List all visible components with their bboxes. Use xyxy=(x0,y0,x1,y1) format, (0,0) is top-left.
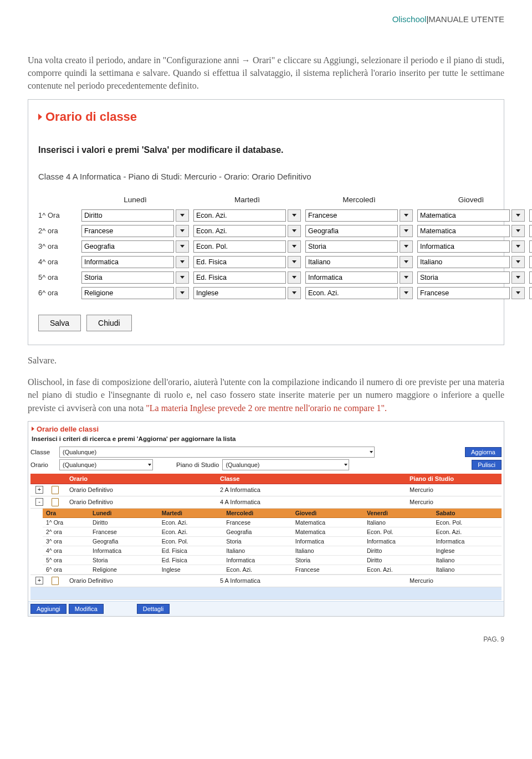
subject-input[interactable] xyxy=(305,287,398,299)
edit-button[interactable]: Modifica xyxy=(69,604,104,614)
refresh-button[interactable]: Aggiorna xyxy=(465,447,502,457)
dropdown-toggle[interactable] xyxy=(511,240,525,253)
dropdown-toggle[interactable] xyxy=(400,209,413,222)
subject-input[interactable] xyxy=(417,209,510,222)
dropdown-toggle[interactable] xyxy=(176,271,189,284)
table-row[interactable]: +Orario Definitivo5 A InformaticaMercuri… xyxy=(30,575,502,587)
subject-combo xyxy=(529,225,532,237)
subject-combo xyxy=(81,240,189,253)
subject-input[interactable] xyxy=(305,225,398,237)
subject-combo xyxy=(81,225,189,237)
subject-input[interactable] xyxy=(305,209,398,222)
filter-orario-select[interactable]: (Qualunque) xyxy=(59,459,153,470)
dropdown-toggle[interactable] xyxy=(176,256,189,268)
subject-combo xyxy=(417,240,525,253)
subject-combo xyxy=(529,287,532,299)
caret-right-icon xyxy=(32,427,34,431)
dropdown-toggle[interactable] xyxy=(511,225,525,237)
dropdown-toggle[interactable] xyxy=(176,225,189,237)
dropdown-toggle[interactable] xyxy=(400,287,413,299)
panel2-title-text: Orario delle classi xyxy=(37,425,99,433)
dropdown-toggle[interactable] xyxy=(288,287,301,299)
expand-toggle[interactable]: + xyxy=(30,575,48,587)
subject-input[interactable] xyxy=(417,287,510,299)
details-button[interactable]: Dettagli xyxy=(137,604,170,614)
document-icon xyxy=(52,498,59,506)
filter-piano-value: (Qualunque) xyxy=(226,461,259,468)
subject-combo xyxy=(193,209,301,222)
dropdown-toggle[interactable] xyxy=(511,256,525,268)
dropdown-toggle[interactable] xyxy=(176,287,189,299)
dropdown-toggle[interactable] xyxy=(176,240,189,253)
close-button[interactable]: Chiudi xyxy=(86,315,132,331)
subject-input[interactable] xyxy=(529,225,532,237)
subject-input[interactable] xyxy=(529,256,532,268)
subject-input[interactable] xyxy=(81,271,174,284)
subject-combo xyxy=(81,271,189,284)
subject-input[interactable] xyxy=(529,287,532,299)
dropdown-toggle[interactable] xyxy=(400,256,413,268)
hour-label: 2^ ora xyxy=(38,227,77,235)
subject-input[interactable] xyxy=(193,225,286,237)
filter-piano-select[interactable]: (Qualunque) xyxy=(222,459,349,470)
dropdown-toggle[interactable] xyxy=(511,209,525,222)
dropdown-toggle[interactable] xyxy=(511,271,525,284)
chevron-down-icon xyxy=(180,291,185,294)
inner-cell: 3^ ora xyxy=(43,536,89,546)
inner-cell: Italiano xyxy=(292,546,364,555)
subject-input[interactable] xyxy=(417,240,510,253)
inner-cell: Religione xyxy=(89,565,158,574)
dropdown-toggle[interactable] xyxy=(400,271,413,284)
day-header: Giovedì xyxy=(417,196,525,206)
dropdown-toggle[interactable] xyxy=(288,225,301,237)
subject-input[interactable] xyxy=(81,225,174,237)
subject-input[interactable] xyxy=(529,271,532,284)
inner-header: Venerdì xyxy=(364,509,433,518)
dropdown-toggle[interactable] xyxy=(288,209,301,222)
chevron-down-icon xyxy=(404,276,408,279)
subject-input[interactable] xyxy=(81,287,174,299)
inner-cell: Francese xyxy=(292,565,364,574)
subject-input[interactable] xyxy=(417,271,510,284)
subject-input[interactable] xyxy=(305,240,398,253)
dropdown-toggle[interactable] xyxy=(511,287,525,299)
expand-toggle[interactable]: + xyxy=(30,484,48,496)
day-header: Mercoledì xyxy=(305,196,413,206)
chevron-down-icon xyxy=(344,464,347,466)
cell-orario: Orario Definitivo xyxy=(66,496,217,508)
inner-cell: Diritto xyxy=(89,517,158,527)
add-button[interactable]: Aggiungi xyxy=(30,604,66,614)
save-button[interactable]: Salva xyxy=(38,315,81,331)
table-row[interactable]: -Orario Definitivo4 A InformaticaMercuri… xyxy=(30,496,502,508)
dropdown-toggle[interactable] xyxy=(288,240,301,253)
dropdown-toggle[interactable] xyxy=(400,240,413,253)
inner-cell: Econ. Azi. xyxy=(158,527,223,536)
subject-input[interactable] xyxy=(81,256,174,268)
subject-input[interactable] xyxy=(81,209,174,222)
subject-input[interactable] xyxy=(193,287,286,299)
inner-cell: Geografia xyxy=(223,527,292,536)
subject-combo xyxy=(193,287,301,299)
subject-input[interactable] xyxy=(305,271,398,284)
document-icon xyxy=(52,577,59,585)
subject-input[interactable] xyxy=(81,240,174,253)
dropdown-toggle[interactable] xyxy=(288,256,301,268)
expand-toggle[interactable]: - xyxy=(30,496,48,508)
table-row[interactable]: +Orario Definitivo2 A InformaticaMercuri… xyxy=(30,484,502,496)
subject-input[interactable] xyxy=(193,271,286,284)
subject-input[interactable] xyxy=(193,209,286,222)
subject-input[interactable] xyxy=(417,256,510,268)
cell-orario: Orario Definitivo xyxy=(66,484,217,496)
dropdown-toggle[interactable] xyxy=(176,209,189,222)
subject-input[interactable] xyxy=(417,225,510,237)
dropdown-toggle[interactable] xyxy=(288,271,301,284)
subject-input[interactable] xyxy=(305,256,398,268)
minus-icon: - xyxy=(35,498,43,506)
subject-input[interactable] xyxy=(529,209,532,222)
subject-input[interactable] xyxy=(529,240,532,253)
dropdown-toggle[interactable] xyxy=(400,225,413,237)
clear-button[interactable]: Pulisci xyxy=(472,460,502,470)
subject-input[interactable] xyxy=(193,256,286,268)
filter-classe-select[interactable]: (Qualunque) xyxy=(59,447,375,458)
subject-input[interactable] xyxy=(193,240,286,253)
